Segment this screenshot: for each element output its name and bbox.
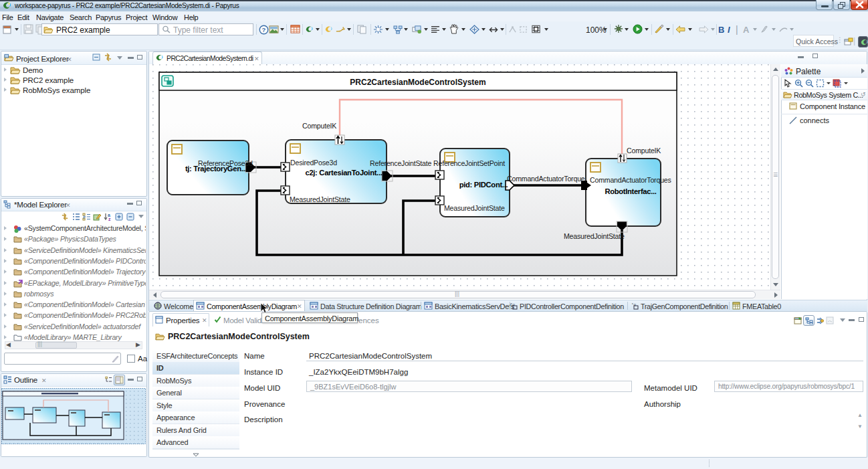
svg-text:ReferenceJointSetPoint: ReferenceJointSetPoint <box>433 159 505 167</box>
svg-text:z: z <box>108 217 111 221</box>
svg-text:RobotInterfac...: RobotInterfac... <box>605 187 656 195</box>
svg-text:c2j: CartesianToJoint...: c2j: CartesianToJoint... <box>305 169 382 177</box>
svg-text:?: ? <box>262 26 266 33</box>
svg-text:CommandActuatorTorques: CommandActuatorTorques <box>590 176 671 184</box>
svg-text:ComputeIK: ComputeIK <box>627 147 661 155</box>
svg-text:pid: PIDCont...: pid: PIDCont... <box>459 181 508 189</box>
svg-text:PRC2CartesianModeControlSystem: PRC2CartesianModeControlSystem <box>350 78 485 87</box>
svg-text:MeasuredJointState: MeasuredJointState <box>290 195 350 203</box>
svg-text:ComputeIK: ComputeIK <box>302 122 336 130</box>
svg-text:tj: TrajectoryGen...: tj: TrajectoryGen... <box>185 165 247 173</box>
svg-text:DesiredPose3d: DesiredPose3d <box>290 159 337 167</box>
svg-text:MeasuredJointState: MeasuredJointState <box>564 232 625 240</box>
svg-text:CommandActuatorTorque: CommandActuatorTorque <box>507 175 585 183</box>
svg-text:MeasuredJointState: MeasuredJointState <box>444 204 505 212</box>
svg-text:ReferenceJointState: ReferenceJointState <box>370 159 431 167</box>
